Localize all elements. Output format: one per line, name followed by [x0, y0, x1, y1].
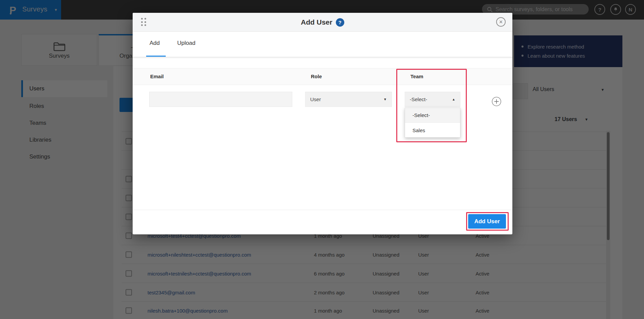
form-header-band: Email Role Team [133, 68, 512, 85]
team-dropdown-panel: -Select- Sales [405, 108, 460, 138]
app-screen: P Surveys ▼ ? N Surveys + Or [0, 0, 644, 319]
divider [133, 57, 512, 57]
modal-tab-add[interactable]: Add [150, 40, 160, 47]
plus-circle-icon [491, 96, 502, 107]
modal-title: Add User [301, 18, 332, 26]
column-label-team: Team [410, 74, 423, 79]
modal-tab-upload[interactable]: Upload [177, 40, 195, 47]
role-select-value: User [310, 96, 321, 102]
team-option-sales[interactable]: Sales [405, 123, 460, 138]
column-label-email: Email [150, 74, 164, 79]
add-user-modal: Add User ? × Add Upload Email Role Team … [133, 13, 512, 234]
team-option-select[interactable]: -Select- [405, 108, 460, 123]
active-tab-underline [146, 56, 166, 57]
team-select[interactable]: -Select- ▲ [405, 92, 460, 107]
column-label-role: Role [311, 74, 322, 79]
chevron-up-icon: ▲ [452, 97, 455, 101]
divider [133, 210, 512, 210]
chevron-down-icon: ▼ [383, 97, 387, 101]
add-row-button[interactable] [491, 96, 502, 107]
close-icon[interactable]: × [496, 17, 506, 27]
help-icon[interactable]: ? [336, 18, 344, 27]
team-select-value: -Select- [410, 96, 427, 102]
modal-header: Add User ? × [133, 13, 512, 32]
email-field[interactable] [149, 92, 292, 107]
role-select[interactable]: User ▼ [305, 92, 392, 107]
add-user-button[interactable]: Add User [468, 214, 506, 229]
